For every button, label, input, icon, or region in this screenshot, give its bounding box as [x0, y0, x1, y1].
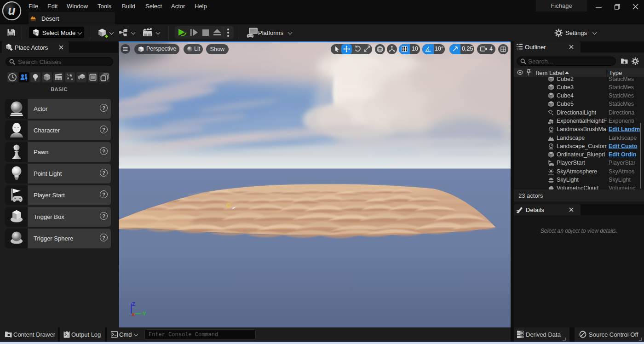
svg-text:Y: Y — [143, 311, 146, 316]
svg-text:u: u — [8, 4, 16, 17]
svg-text:X: X — [132, 312, 135, 317]
svg-text:Z: Z — [132, 301, 135, 307]
